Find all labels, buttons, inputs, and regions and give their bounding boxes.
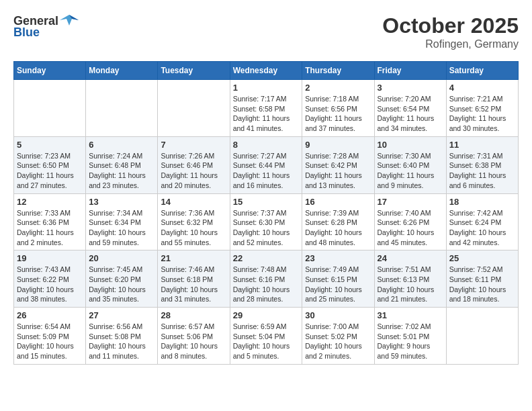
calendar-day-15: 15Sunrise: 7:37 AM Sunset: 6:30 PM Dayli… (230, 193, 302, 250)
calendar-day-29: 29Sunrise: 6:59 AM Sunset: 5:04 PM Dayli… (230, 308, 302, 365)
col-header-monday: Monday (86, 62, 158, 80)
col-header-wednesday: Wednesday (230, 62, 302, 80)
calendar-day-3: 3Sunrise: 7:20 AM Sunset: 6:54 PM Daylig… (374, 80, 446, 137)
day-number: 11 (449, 140, 515, 150)
page-header: General Blue October 2025 Rofingen, Germ… (13, 13, 519, 50)
day-info: Sunrise: 7:31 AM Sunset: 6:38 PM Dayligh… (449, 151, 515, 191)
calendar-day-24: 24Sunrise: 7:51 AM Sunset: 6:13 PM Dayli… (374, 250, 446, 308)
logo: General Blue (13, 13, 79, 40)
day-number: 1 (233, 83, 300, 93)
calendar-day-8: 8Sunrise: 7:27 AM Sunset: 6:44 PM Daylig… (230, 136, 302, 193)
calendar-day-31: 31Sunrise: 7:02 AM Sunset: 5:01 PM Dayli… (374, 308, 446, 365)
day-number: 30 (305, 310, 371, 320)
calendar-day-13: 13Sunrise: 7:34 AM Sunset: 6:34 PM Dayli… (86, 193, 158, 250)
calendar-day-25: 25Sunrise: 7:52 AM Sunset: 6:11 PM Dayli… (446, 250, 518, 308)
calendar-day-1: 1Sunrise: 7:17 AM Sunset: 6:58 PM Daylig… (230, 80, 302, 137)
day-number: 23 (305, 253, 371, 263)
calendar-day-28: 28Sunrise: 6:57 AM Sunset: 5:06 PM Dayli… (158, 308, 230, 365)
calendar-day-empty (158, 80, 230, 137)
calendar-day-7: 7Sunrise: 7:26 AM Sunset: 6:46 PM Daylig… (158, 136, 230, 193)
col-header-friday: Friday (374, 62, 446, 80)
day-info: Sunrise: 6:56 AM Sunset: 5:08 PM Dayligh… (89, 322, 154, 361)
day-number: 24 (378, 253, 443, 263)
day-number: 15 (233, 197, 300, 207)
calendar-day-20: 20Sunrise: 7:45 AM Sunset: 6:20 PM Dayli… (86, 250, 158, 308)
calendar-day-14: 14Sunrise: 7:36 AM Sunset: 6:32 PM Dayli… (158, 193, 230, 250)
logo-bird-icon (60, 13, 79, 28)
day-info: Sunrise: 7:30 AM Sunset: 6:40 PM Dayligh… (378, 151, 443, 191)
calendar-week-row: 1Sunrise: 7:17 AM Sunset: 6:58 PM Daylig… (14, 80, 519, 137)
day-number: 16 (305, 197, 371, 207)
calendar-day-4: 4Sunrise: 7:21 AM Sunset: 6:52 PM Daylig… (446, 80, 518, 137)
calendar-day-empty (86, 80, 158, 137)
day-number: 7 (161, 140, 226, 150)
day-info: Sunrise: 7:20 AM Sunset: 6:54 PM Dayligh… (378, 94, 443, 134)
day-number: 22 (233, 253, 300, 263)
calendar-week-row: 5Sunrise: 7:23 AM Sunset: 6:50 PM Daylig… (14, 136, 519, 193)
calendar-day-16: 16Sunrise: 7:39 AM Sunset: 6:28 PM Dayli… (302, 193, 374, 250)
calendar-day-9: 9Sunrise: 7:28 AM Sunset: 6:42 PM Daylig… (302, 136, 374, 193)
day-number: 4 (449, 83, 515, 93)
day-number: 21 (161, 253, 226, 263)
day-info: Sunrise: 7:37 AM Sunset: 6:30 PM Dayligh… (233, 208, 300, 248)
day-info: Sunrise: 7:18 AM Sunset: 6:56 PM Dayligh… (305, 94, 371, 134)
calendar-day-23: 23Sunrise: 7:49 AM Sunset: 6:15 PM Dayli… (302, 250, 374, 308)
calendar-day-26: 26Sunrise: 6:54 AM Sunset: 5:09 PM Dayli… (14, 308, 86, 365)
calendar-day-30: 30Sunrise: 7:00 AM Sunset: 5:02 PM Dayli… (302, 308, 374, 365)
col-header-saturday: Saturday (446, 62, 518, 80)
day-number: 5 (17, 140, 83, 150)
day-info: Sunrise: 7:46 AM Sunset: 6:18 PM Dayligh… (161, 265, 226, 304)
day-info: Sunrise: 7:48 AM Sunset: 6:16 PM Dayligh… (233, 265, 300, 304)
title-block: October 2025 Rofingen, Germany (382, 13, 519, 50)
day-info: Sunrise: 7:39 AM Sunset: 6:28 PM Dayligh… (305, 208, 371, 248)
day-info: Sunrise: 7:26 AM Sunset: 6:46 PM Dayligh… (161, 151, 226, 191)
day-info: Sunrise: 7:43 AM Sunset: 6:22 PM Dayligh… (17, 265, 83, 304)
day-number: 17 (378, 197, 443, 207)
day-number: 19 (17, 253, 83, 263)
day-info: Sunrise: 7:34 AM Sunset: 6:34 PM Dayligh… (89, 208, 154, 248)
day-number: 6 (89, 140, 154, 150)
calendar-day-19: 19Sunrise: 7:43 AM Sunset: 6:22 PM Dayli… (14, 250, 86, 308)
day-number: 29 (233, 310, 300, 320)
day-info: Sunrise: 7:17 AM Sunset: 6:58 PM Dayligh… (233, 94, 300, 134)
col-header-sunday: Sunday (14, 62, 86, 80)
day-info: Sunrise: 7:52 AM Sunset: 6:11 PM Dayligh… (449, 265, 515, 304)
day-info: Sunrise: 7:28 AM Sunset: 6:42 PM Dayligh… (305, 151, 371, 191)
calendar-day-17: 17Sunrise: 7:40 AM Sunset: 6:26 PM Dayli… (374, 193, 446, 250)
day-number: 26 (17, 310, 83, 320)
day-info: Sunrise: 7:23 AM Sunset: 6:50 PM Dayligh… (17, 151, 83, 191)
day-info: Sunrise: 7:02 AM Sunset: 5:01 PM Dayligh… (378, 322, 443, 361)
day-info: Sunrise: 7:51 AM Sunset: 6:13 PM Dayligh… (378, 265, 443, 304)
calendar-day-27: 27Sunrise: 6:56 AM Sunset: 5:08 PM Dayli… (86, 308, 158, 365)
calendar-day-11: 11Sunrise: 7:31 AM Sunset: 6:38 PM Dayli… (446, 136, 518, 193)
calendar-week-row: 26Sunrise: 6:54 AM Sunset: 5:09 PM Dayli… (14, 308, 519, 365)
svg-marker-0 (60, 15, 79, 26)
calendar-week-row: 12Sunrise: 7:33 AM Sunset: 6:36 PM Dayli… (14, 193, 519, 250)
day-number: 20 (89, 253, 154, 263)
day-info: Sunrise: 7:42 AM Sunset: 6:24 PM Dayligh… (449, 208, 515, 248)
day-info: Sunrise: 7:33 AM Sunset: 6:36 PM Dayligh… (17, 208, 83, 248)
calendar-day-empty (14, 80, 86, 137)
day-number: 31 (378, 310, 443, 320)
calendar-day-2: 2Sunrise: 7:18 AM Sunset: 6:56 PM Daylig… (302, 80, 374, 137)
col-header-thursday: Thursday (302, 62, 374, 80)
day-info: Sunrise: 7:27 AM Sunset: 6:44 PM Dayligh… (233, 151, 300, 191)
day-number: 25 (449, 253, 515, 263)
calendar-table: SundayMondayTuesdayWednesdayThursdayFrid… (13, 61, 519, 365)
day-info: Sunrise: 6:59 AM Sunset: 5:04 PM Dayligh… (233, 322, 300, 361)
calendar-day-21: 21Sunrise: 7:46 AM Sunset: 6:18 PM Dayli… (158, 250, 230, 308)
day-info: Sunrise: 7:00 AM Sunset: 5:02 PM Dayligh… (305, 322, 371, 361)
day-info: Sunrise: 7:45 AM Sunset: 6:20 PM Dayligh… (89, 265, 154, 304)
day-number: 28 (161, 310, 226, 320)
col-header-tuesday: Tuesday (158, 62, 230, 80)
calendar-week-row: 19Sunrise: 7:43 AM Sunset: 6:22 PM Dayli… (14, 250, 519, 308)
day-info: Sunrise: 6:54 AM Sunset: 5:09 PM Dayligh… (17, 322, 83, 361)
day-info: Sunrise: 7:24 AM Sunset: 6:48 PM Dayligh… (89, 151, 154, 191)
day-number: 8 (233, 140, 300, 150)
calendar-day-18: 18Sunrise: 7:42 AM Sunset: 6:24 PM Dayli… (446, 193, 518, 250)
calendar-day-6: 6Sunrise: 7:24 AM Sunset: 6:48 PM Daylig… (86, 136, 158, 193)
calendar-header-row: SundayMondayTuesdayWednesdayThursdayFrid… (14, 62, 519, 80)
calendar-day-5: 5Sunrise: 7:23 AM Sunset: 6:50 PM Daylig… (14, 136, 86, 193)
day-number: 18 (449, 197, 515, 207)
month-title: October 2025 (382, 13, 519, 38)
